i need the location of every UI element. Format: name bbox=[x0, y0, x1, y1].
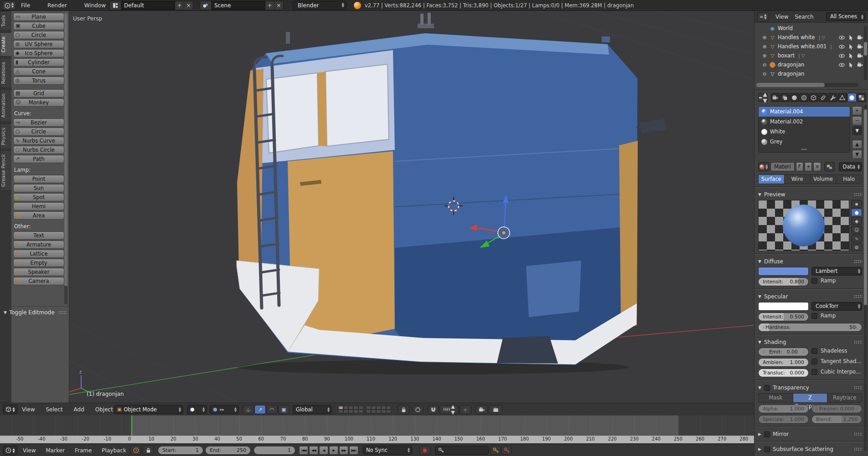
proportional-edit-button[interactable] bbox=[412, 405, 424, 414]
delete-keyframe-button[interactable] bbox=[501, 446, 512, 455]
menu-item[interactable]: File bbox=[18, 0, 33, 11]
use-nodes-button[interactable] bbox=[824, 162, 835, 171]
selectability-pointer-icon[interactable] bbox=[848, 53, 854, 59]
layer-cell[interactable] bbox=[348, 410, 353, 413]
panel-grip[interactable] bbox=[854, 295, 862, 298]
outliner-row[interactable]: ◉ World bbox=[754, 24, 865, 33]
current-frame-playhead[interactable] bbox=[131, 415, 132, 436]
add-lamp-button[interactable]: ▤Area bbox=[13, 211, 64, 220]
add-primitive-button[interactable]: ▣Cube bbox=[13, 22, 64, 30]
material-type-tab[interactable]: Wire bbox=[784, 174, 810, 184]
editor-type-properties-icon[interactable]: ▬▲▼ bbox=[758, 93, 768, 102]
visibility-eye-icon[interactable] bbox=[839, 44, 845, 50]
add-scene-button[interactable]: + bbox=[265, 1, 274, 10]
shadeless-checkbox[interactable] bbox=[811, 348, 817, 354]
preview-world-button[interactable]: ◍ bbox=[851, 243, 862, 251]
preview-flat-button[interactable]: ▪ bbox=[851, 200, 862, 208]
list-resize-grip[interactable]: ══ bbox=[801, 147, 807, 152]
menu-item[interactable]: Playback bbox=[102, 444, 126, 456]
scale-manipulator-button[interactable]: ▣ bbox=[278, 405, 289, 414]
object-name[interactable]: boxart bbox=[778, 52, 795, 59]
tab-modifiers[interactable] bbox=[828, 93, 837, 102]
panel-grip[interactable] bbox=[58, 311, 67, 314]
layer-cell[interactable] bbox=[386, 406, 391, 410]
fresnel-slider[interactable]: ‹Fresnel:0.000› bbox=[811, 405, 862, 413]
outliner-row[interactable]: ⊖ ▽ dragonjan bbox=[754, 69, 865, 78]
snap-element-dropdown[interactable]: H-H▲▼ bbox=[439, 405, 459, 414]
menu-item[interactable]: Add bbox=[74, 403, 84, 415]
transparency-panel-header[interactable]: ▼Transparency bbox=[758, 383, 862, 392]
add-curve-button[interactable]: ∿Nurbs Curve bbox=[13, 137, 64, 145]
mirror-checkbox[interactable] bbox=[764, 431, 770, 437]
play-button[interactable]: ▶ bbox=[329, 446, 338, 455]
shelf-tab[interactable]: Animation bbox=[0, 89, 11, 122]
rotate-manipulator-button[interactable]: ◠ bbox=[266, 405, 278, 414]
alpha-slider[interactable]: Alpha:1.000 bbox=[758, 405, 809, 413]
menu-item[interactable]: Render bbox=[45, 0, 70, 11]
add-curve-button[interactable]: ○Circle bbox=[13, 128, 64, 136]
snap-target-button[interactable]: ⊹ bbox=[460, 405, 471, 414]
layer-cell[interactable] bbox=[371, 406, 376, 410]
panel-grip[interactable] bbox=[854, 432, 862, 436]
layer-cell[interactable] bbox=[386, 410, 391, 413]
menu-item[interactable]: Marker bbox=[46, 444, 64, 456]
timeline-ruler[interactable]: -50-40-30-20-100102030405060708090100110… bbox=[0, 436, 754, 443]
fake-user-button[interactable]: F bbox=[796, 162, 803, 171]
layer-cell[interactable] bbox=[338, 406, 343, 410]
material-name-field[interactable]: Materi bbox=[770, 162, 794, 171]
object-name[interactable]: Handles white bbox=[778, 34, 815, 41]
add-primitive-button[interactable]: ◆Ico Sphere bbox=[13, 49, 64, 57]
outliner-row[interactable]: ⊕ ▽ Handles white | ▽ bbox=[754, 33, 865, 42]
prev-keyframe-button[interactable]: ◀◀ bbox=[309, 446, 318, 455]
move-material-up-button[interactable]: ▲ bbox=[852, 140, 862, 149]
tangent-shading-checkbox[interactable] bbox=[811, 359, 817, 364]
layer-cell[interactable] bbox=[348, 406, 353, 410]
translucency-slider[interactable]: Transluc:0.000 bbox=[758, 369, 809, 377]
shelf-tab[interactable]: Create bbox=[0, 32, 11, 56]
layer-cell[interactable] bbox=[376, 410, 381, 413]
editor-type-timeline-icon[interactable]: ▲▼ bbox=[3, 446, 17, 455]
add-primitive-button[interactable]: ▭Plane bbox=[13, 13, 64, 21]
expand-toggle[interactable]: ⊕ bbox=[762, 53, 767, 59]
end-frame-field[interactable]: End:250 bbox=[205, 446, 251, 455]
specular-shader-dropdown[interactable]: CookTorr bbox=[811, 302, 862, 311]
tab-world[interactable] bbox=[800, 93, 809, 102]
tab-texture[interactable] bbox=[857, 93, 866, 102]
outliner-vscrollbar[interactable] bbox=[864, 26, 867, 80]
next-keyframe-button[interactable]: ▶▶ bbox=[339, 446, 348, 455]
menu-item[interactable]: Object bbox=[95, 403, 113, 415]
insert-keyframe-button[interactable] bbox=[491, 446, 501, 455]
new-material-button[interactable]: + bbox=[805, 162, 812, 171]
viewport-shading-dropdown[interactable]: ●▲▼ bbox=[187, 405, 207, 414]
scene-icon[interactable] bbox=[200, 1, 212, 10]
emit-slider[interactable]: ‹Emit:0.00› bbox=[758, 348, 809, 356]
preview-sphere-button[interactable]: ● bbox=[851, 209, 862, 216]
delete-scene-button[interactable]: × bbox=[274, 1, 284, 10]
layer-cell[interactable] bbox=[338, 410, 343, 413]
renderability-camera-icon[interactable] bbox=[857, 35, 863, 41]
material-type-tab[interactable]: Volume bbox=[810, 174, 836, 184]
browse-material-icon[interactable]: ▲▼ bbox=[758, 162, 769, 171]
visibility-eye-icon[interactable] bbox=[839, 35, 845, 41]
material-type-tab[interactable]: Surface bbox=[758, 174, 784, 184]
panel-grip[interactable] bbox=[854, 260, 862, 263]
object-name[interactable]: dragonjan bbox=[778, 61, 804, 68]
specular-alpha-slider[interactable]: Specula:1.000 bbox=[758, 415, 809, 424]
object-name[interactable]: World bbox=[778, 25, 793, 31]
outliner-row[interactable]: ⊕ ▽ boxart | ▽ bbox=[754, 51, 865, 60]
material-slot[interactable]: White bbox=[759, 127, 850, 137]
diffuse-panel-header[interactable]: ▼Diffuse bbox=[758, 257, 862, 266]
add-curve-button[interactable]: ↗Path bbox=[13, 155, 64, 163]
play-reverse-button[interactable]: ◀ bbox=[319, 446, 328, 455]
menu-item[interactable]: Frame bbox=[75, 444, 92, 456]
tab-object[interactable] bbox=[809, 93, 818, 102]
panel-grip[interactable] bbox=[854, 447, 862, 451]
add-lamp-button[interactable]: ☀Sun bbox=[13, 184, 64, 192]
shading-panel-header[interactable]: ▼Shading bbox=[758, 338, 862, 347]
layout-icon[interactable] bbox=[109, 1, 121, 10]
expand-toggle[interactable]: ⊖ bbox=[762, 62, 767, 68]
cubic-interpolation-checkbox[interactable] bbox=[811, 369, 817, 375]
current-frame-field[interactable]: 1 bbox=[253, 446, 295, 455]
lock-frame-button[interactable] bbox=[143, 446, 154, 455]
specular-intensity-slider[interactable]: Intensit:0.500 bbox=[758, 313, 809, 321]
